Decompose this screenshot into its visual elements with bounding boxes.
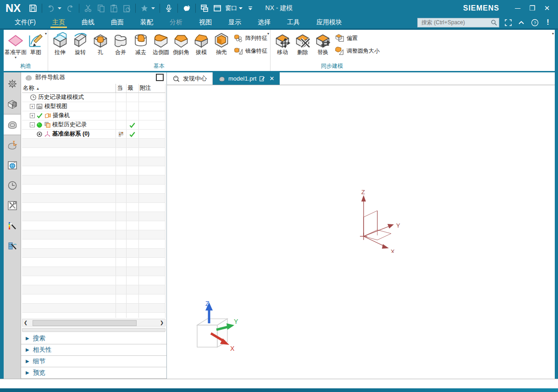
resource-tab-roles[interactable]: [4, 216, 21, 236]
caret-down-icon[interactable]: [58, 7, 63, 10]
scroll-right-arrow[interactable]: ❯: [159, 320, 165, 326]
chevron-down-icon[interactable]: [239, 7, 244, 10]
command-finder-icon[interactable]: !: [543, 18, 552, 27]
minimize-button[interactable]: —: [511, 3, 524, 14]
maximize-button[interactable]: ❒: [526, 3, 539, 14]
resource-tab-history[interactable]: [4, 175, 21, 196]
navigator-row[interactable]: −模型历史记录: [22, 120, 166, 130]
help-icon[interactable]: ?: [530, 18, 539, 27]
panel-window-button[interactable]: [156, 74, 164, 81]
collapse-icon[interactable]: −: [30, 122, 35, 127]
customize-quick-access-icon[interactable]: [248, 6, 254, 11]
document-tab-0[interactable]: 发现中心: [167, 72, 213, 85]
ribbon-small-button[interactable]: 偏置: [335, 33, 380, 44]
ribbon-button[interactable]: 旋转: [70, 31, 90, 55]
resource-tab-constraint-navigator[interactable]: [4, 135, 21, 155]
horizontal-scrollbar[interactable]: ❮ ❯: [22, 319, 166, 327]
navigator-row[interactable]: +模型视图: [22, 102, 166, 111]
expand-icon[interactable]: +: [30, 113, 35, 118]
new-window-button[interactable]: [211, 2, 223, 14]
ribbon-button[interactable]: 草图: [26, 31, 46, 55]
menu-tab-7[interactable]: 显示: [220, 16, 249, 28]
navigator-row-label[interactable]: 基准坐标系 (0): [52, 130, 89, 138]
navigator-row[interactable]: 基准坐标系 (0): [22, 130, 166, 139]
column-header-note[interactable]: 附注: [138, 84, 166, 93]
column-header-current[interactable]: 当: [116, 84, 127, 93]
ribbon-button[interactable]: 抽壳: [211, 31, 232, 55]
menu-tab-8[interactable]: 选择: [249, 16, 279, 28]
chevron-down-icon[interactable]: ▾: [15, 56, 17, 59]
scroll-left-arrow[interactable]: ❮: [22, 320, 29, 326]
navigator-section-3[interactable]: ▶预览: [21, 367, 166, 379]
window-menu[interactable]: 窗口: [225, 4, 237, 12]
navigator-row-label[interactable]: 模型历史记录: [52, 121, 87, 129]
navigator-row-label[interactable]: 历史记录建模模式: [38, 93, 84, 101]
column-header-latest[interactable]: 最: [127, 84, 138, 93]
touch-mode-button[interactable]: [181, 2, 193, 14]
menu-tab-9[interactable]: 工具: [279, 16, 308, 28]
tab-edit-icon[interactable]: [259, 76, 265, 82]
ribbon-button[interactable]: 合并: [110, 31, 131, 55]
scrollbar-track[interactable]: [29, 320, 159, 326]
navigator-section-0[interactable]: ▶搜索: [21, 333, 166, 344]
resource-tab-resource-bar-options[interactable]: [4, 74, 21, 94]
expand-arrow-icon[interactable]: ▶: [26, 370, 29, 375]
menu-tab-2[interactable]: 曲线: [73, 16, 103, 28]
navigator-section-1[interactable]: ▶相关性: [21, 344, 166, 356]
menu-tab-1[interactable]: 主页: [44, 16, 73, 28]
fullscreen-icon[interactable]: [503, 18, 513, 27]
menu-tab-4[interactable]: 装配: [132, 16, 161, 28]
resource-tab-process-studio[interactable]: [4, 196, 21, 216]
save-button[interactable]: [27, 2, 39, 14]
resource-tab-system-scenes[interactable]: [4, 236, 21, 256]
close-tab-icon[interactable]: ✕: [269, 75, 274, 82]
resource-tab-assembly-navigator[interactable]: [4, 94, 21, 114]
favorites-button[interactable]: [138, 2, 150, 14]
navigator-row-label[interactable]: 摄像机: [53, 112, 70, 120]
navigator-row[interactable]: +摄像机: [22, 111, 166, 120]
menu-tab-0[interactable]: 文件(F): [6, 16, 44, 28]
group-dialog-caret-icon[interactable]: ▾: [267, 32, 269, 36]
panel-splitter[interactable]: [22, 328, 166, 332]
group-dialog-caret-icon[interactable]: ▾: [45, 32, 47, 36]
ribbon-button[interactable]: 移动: [272, 31, 293, 55]
eye-icon[interactable]: [36, 131, 43, 137]
ribbon-small-button[interactable]: 镜像特征: [233, 45, 267, 56]
close-button[interactable]: ✕: [541, 3, 553, 14]
resource-tab-web-browser[interactable]: [4, 155, 21, 175]
ribbon-button[interactable]: 拉伸: [50, 31, 70, 55]
navigator-row-label[interactable]: 模型视图: [44, 103, 67, 110]
menu-tab-3[interactable]: 曲面: [103, 16, 132, 28]
document-tab-1[interactable]: model1.prt✕: [213, 72, 280, 85]
menu-tab-6[interactable]: 视图: [191, 16, 220, 28]
voice-command-button[interactable]: [163, 2, 175, 14]
ribbon-button[interactable]: 倒斜角: [171, 31, 191, 55]
datum-csys[interactable]: Z Y X: [353, 190, 406, 253]
resource-tab-part-navigator[interactable]: [4, 114, 21, 135]
ribbon-button[interactable]: 基准平面▾: [6, 31, 26, 59]
expand-arrow-icon[interactable]: ▶: [26, 336, 29, 341]
navigator-row[interactable]: 历史记录建模模式: [22, 93, 166, 102]
ribbon-button[interactable]: 孔: [90, 31, 110, 55]
minimize-ribbon-icon[interactable]: [517, 18, 526, 27]
ribbon-small-button[interactable]: 调整圆角大小: [335, 45, 380, 56]
ribbon-small-button[interactable]: 阵列特征: [233, 33, 267, 44]
menu-tab-5[interactable]: 分析: [161, 16, 191, 28]
ribbon-button[interactable]: 减去: [131, 31, 151, 55]
expand-icon[interactable]: +: [30, 104, 35, 109]
ribbon-button[interactable]: 边倒圆: [151, 31, 171, 55]
column-header-name[interactable]: 名称 ▲: [22, 84, 116, 93]
model-canvas[interactable]: Z Y X: [167, 85, 555, 379]
ribbon-button[interactable]: 替换: [313, 31, 333, 55]
scrollbar-thumb[interactable]: [33, 320, 137, 326]
caret-down-icon[interactable]: [151, 7, 157, 10]
command-search[interactable]: [417, 18, 499, 27]
menu-tab-10[interactable]: 应用模块: [308, 16, 350, 28]
suppression-state-icon[interactable]: [36, 122, 43, 128]
ribbon-button[interactable]: 拔模: [191, 31, 211, 55]
search-icon[interactable]: [491, 19, 497, 26]
ribbon-button[interactable]: 删除: [293, 31, 313, 55]
group-dialog-caret-icon[interactable]: ▾: [552, 32, 554, 36]
expand-arrow-icon[interactable]: ▶: [26, 359, 29, 364]
search-input[interactable]: [420, 19, 491, 26]
